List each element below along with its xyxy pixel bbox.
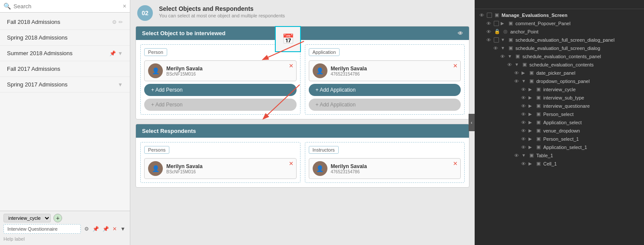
- persons-col-label: Persons: [144, 146, 169, 154]
- person-sub: BScNF15M016: [166, 72, 293, 76]
- eye-icon-15[interactable]: 👁: [520, 128, 527, 133]
- panel-icon-12: ▣: [535, 103, 542, 109]
- eye-icon-5[interactable]: 👁: [492, 46, 499, 51]
- lock-icon-3: 🔒: [494, 29, 501, 34]
- eye-icon-7[interactable]: 👁: [506, 62, 513, 67]
- eye-icon-19[interactable]: 👁: [520, 161, 527, 166]
- eye-icon-17[interactable]: 👁: [520, 145, 527, 150]
- panel-icon-9: ▣: [528, 78, 535, 84]
- collapse-panel-button[interactable]: ‹: [469, 114, 475, 131]
- tree-row-dropdown-options-panel[interactable]: 👁 ▼ ▣ dropdown_options_panel: [475, 77, 644, 85]
- chevron-14: ▶: [528, 120, 534, 125]
- chevron-9: ▼: [522, 79, 527, 83]
- tree-row-schedule-full-dialog[interactable]: 👁 ▼ ▣ schedule_evaluation_full_screen_di…: [475, 44, 644, 52]
- eye-icon-14[interactable]: 👁: [520, 120, 527, 125]
- application-col-label: Application: [309, 48, 340, 56]
- calendar-icon: 📅: [282, 33, 294, 45]
- tree-label-4: schedule_evaluation_full_screen_dialog: [515, 46, 600, 51]
- section-respondents: Select Respondents Persons 👤 Merilyn Sav…: [135, 124, 469, 188]
- person-card-close[interactable]: ✕: [289, 63, 294, 69]
- respondent-person-sub: BScNF15M016: [166, 169, 293, 174]
- sidebar-item-icons3: ▼: [118, 82, 123, 88]
- chevron-down-icon[interactable]: ▼: [119, 225, 126, 232]
- gear-icon2[interactable]: ⚙: [83, 225, 90, 232]
- eye-icon-6[interactable]: 👁: [499, 54, 506, 59]
- sidebar-bottom-icons: ⚙ 📌 📌 ✕ ▼: [83, 225, 126, 233]
- tree-label-14: venue_dropdown: [543, 128, 580, 133]
- checkbox-4[interactable]: [494, 37, 499, 43]
- tree-label-7: date_picker_panel: [536, 70, 575, 76]
- respondent-person-avatar: 👤: [148, 161, 163, 176]
- tree-row-venue-dropdown[interactable]: 👁 ▶ ▣ venue_dropdown: [475, 126, 644, 135]
- eye-icon-9[interactable]: 👁: [513, 79, 520, 84]
- tree-row-person-select[interactable]: 👁 ▶ ▣ Person_select: [475, 110, 644, 118]
- eye-icon-3[interactable]: 👁: [485, 29, 492, 34]
- application-card-close[interactable]: ✕: [453, 63, 458, 69]
- eye-icon-8[interactable]: 👁: [513, 70, 520, 76]
- tree-row-interview-sub-type[interactable]: 👁 ▶ ▣ interview_sub_type: [475, 93, 644, 102]
- eye-icon-13[interactable]: 👁: [520, 112, 527, 117]
- eye-icon-16[interactable]: 👁: [520, 136, 527, 142]
- tree-row-table-1[interactable]: 👁 ▼ ▣ Table_1: [475, 151, 644, 159]
- respondent-person-close[interactable]: ✕: [289, 160, 294, 167]
- sidebar-item-spring2017[interactable]: Spring 2017 Admissions ▼: [0, 77, 130, 93]
- screen-icon: ▣: [494, 12, 500, 18]
- panel-icon-17: ▣: [535, 144, 542, 150]
- section-object-header: Select Object to be interviewed 👁: [136, 26, 469, 40]
- chevron-13: ▶: [528, 112, 534, 116]
- eye-icon-4[interactable]: 👁: [485, 37, 492, 43]
- tree-row-interview-questionare[interactable]: 👁 ▶ ▣ interview_questionare: [475, 102, 644, 110]
- checkbox-2[interactable]: [494, 21, 499, 26]
- sidebar-item-summer2018[interactable]: Summer 2018 Admissions 📌 ▼: [0, 46, 130, 61]
- chevron-16: ▶: [528, 136, 534, 141]
- eye-icon-2[interactable]: 👁: [485, 21, 492, 26]
- sidebar-item-fall2017[interactable]: Fall 2017 Admissions: [0, 61, 130, 77]
- panel-icon-4: ▣: [508, 37, 514, 43]
- person-col-label: Person: [144, 48, 167, 56]
- eye-icon-10[interactable]: 👁: [520, 87, 527, 92]
- add-person-active-button[interactable]: + Add Person: [144, 84, 297, 96]
- tree-row-application-select[interactable]: 👁 ▶ ▣ Application_select: [475, 118, 644, 126]
- tree-row-schedule-full-dialog-panel[interactable]: 👁 ▼ ▣ schedule_evaluation_full_screen_di…: [475, 36, 644, 44]
- tree-label-12: Person_select: [543, 112, 574, 117]
- instructors-col-label: Instructors: [309, 146, 339, 154]
- sidebar-item-fall2018[interactable]: Fall 2018 Admissions ⚙ ✏: [0, 14, 130, 30]
- tree-label-1: comment_Popover_Panel: [515, 21, 571, 26]
- tree-row-cell-1[interactable]: 👁 ▶ ▣ Cell_1: [475, 159, 644, 168]
- tree-row-manage-evaluations[interactable]: 👁 ▣ Manage_Evaluations_Screen: [475, 11, 644, 19]
- interview-cycle-select[interactable]: interview_cycle: [3, 214, 51, 222]
- instructor-close[interactable]: ✕: [453, 160, 458, 167]
- eye-icon-12[interactable]: 👁: [520, 103, 527, 109]
- tree-row-anchor-point[interactable]: 👁 🔒 ◎ anchor_Point: [475, 27, 644, 36]
- search-input[interactable]: [13, 3, 120, 10]
- questionnaire-input[interactable]: Interview Questionnaire: [3, 224, 81, 234]
- search-close-icon[interactable]: ×: [123, 3, 126, 10]
- application-column: Application 👤 Merilyn Savala 47652315478…: [305, 44, 465, 115]
- close-icon[interactable]: ✕: [112, 225, 118, 232]
- tree-label-16: Application_select_1: [543, 145, 587, 150]
- add-application-active-button[interactable]: + Add Application: [309, 84, 461, 96]
- tree-row-schedule-contents[interactable]: 👁 ▼ ▣ schedule_evaluation_contents: [475, 60, 644, 69]
- add-item-button[interactable]: +: [53, 214, 62, 222]
- eye-icon-11[interactable]: 👁: [520, 95, 527, 100]
- pin-icon2[interactable]: 📌: [92, 225, 100, 232]
- tree-row-person-select-1[interactable]: 👁 ▶ ▣ Person_select_1: [475, 135, 644, 143]
- sidebar-item-spring2018[interactable]: Spring 2018 Admissions: [0, 30, 130, 46]
- tree-row-date-picker[interactable]: 👁 ▶ ▣ date_picker_panel: [475, 69, 644, 77]
- step-subtitle: You can select at most one object and mu…: [159, 13, 285, 18]
- panel-icon-15: ▣: [535, 128, 542, 133]
- eye-icon-1[interactable]: 👁: [478, 13, 485, 18]
- panel-icon-14: ▣: [535, 119, 542, 125]
- anchor-icon: ◎: [502, 29, 509, 34]
- tree-row-comment-popover[interactable]: 👁 ▶ ▣ comment_Popover_Panel: [475, 19, 644, 27]
- pin-icon3[interactable]: 📌: [102, 225, 110, 232]
- checkbox-1[interactable]: [487, 13, 492, 18]
- application-info: Merilyn Savala 476523154786: [331, 66, 457, 76]
- tree-row-interview-cycle[interactable]: 👁 ▶ ▣ interview_cycle: [475, 85, 644, 93]
- chevron-6: ▼: [508, 54, 513, 59]
- tree-row-schedule-contents-panel[interactable]: 👁 ▼ ▣ schedule_evaluation_contents_panel: [475, 52, 644, 60]
- tree-row-application-select-1[interactable]: 👁 ▶ ▣ Application_select_1: [475, 143, 644, 151]
- sidebar-list: Fall 2018 Admissions ⚙ ✏ Spring 2018 Adm…: [0, 13, 130, 211]
- search-icon: 🔍: [3, 3, 11, 10]
- eye-icon-18[interactable]: 👁: [513, 153, 520, 158]
